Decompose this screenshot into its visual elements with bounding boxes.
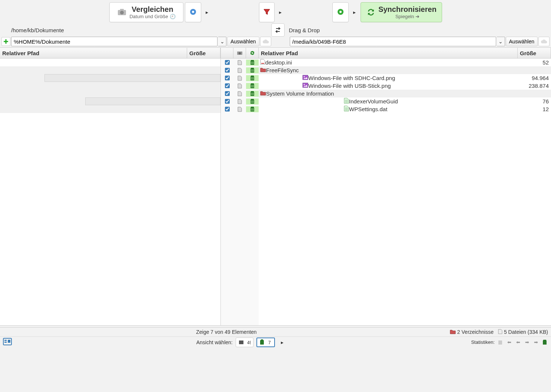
action-row[interactable] xyxy=(221,105,259,113)
mid-col-category[interactable] xyxy=(233,48,246,58)
filter-dropdown-chevron[interactable]: ▸ xyxy=(276,9,285,15)
right-path-input[interactable] xyxy=(290,37,496,46)
main-toolbar: Vergleichen Datum und Größe 🕘 ▸ ▸ ▸ Sync… xyxy=(0,0,551,24)
view-category-button[interactable]: 49 xyxy=(236,338,253,347)
left-col-relpath[interactable]: Relativer Pfad xyxy=(0,48,187,58)
svg-rect-39 xyxy=(543,340,546,341)
add-folder-pair-button[interactable] xyxy=(1,37,10,46)
view-action-button[interactable]: 7 xyxy=(256,338,275,347)
action-row[interactable] xyxy=(221,59,259,66)
file-comparison-view: Relativer Pfad Größe Relativer Pfad Größ… xyxy=(0,47,551,325)
svg-point-8 xyxy=(239,52,241,54)
action-row[interactable] xyxy=(221,90,259,97)
view-dropdown-chevron[interactable]: ▸ xyxy=(278,339,287,345)
image-icon xyxy=(302,83,308,89)
include-checkbox[interactable] xyxy=(225,83,230,88)
action-delete-right-icon xyxy=(250,60,255,66)
left-row[interactable] xyxy=(0,82,220,90)
right-path-dropdown[interactable]: ⌄ xyxy=(497,37,505,46)
right-cloud-button[interactable] xyxy=(538,37,550,46)
action-delete-right-icon xyxy=(250,106,255,112)
include-checkbox[interactable] xyxy=(225,107,230,112)
svg-rect-23 xyxy=(261,63,264,64)
folder-row[interactable]: FreeFileSync xyxy=(259,66,551,74)
status-files: 5 Dateien (334 KB) xyxy=(498,329,548,335)
include-checkbox[interactable] xyxy=(225,91,230,96)
left-row[interactable] xyxy=(0,66,220,74)
left-file-pane: Relativer Pfad Größe xyxy=(0,47,221,325)
folder-icon xyxy=(260,90,266,97)
left-path-display: /home/kb/Dokumente xyxy=(2,27,271,33)
right-col-relpath[interactable]: Relativer Pfad xyxy=(259,48,518,58)
file-row[interactable]: WPSettings.dat12 xyxy=(259,105,551,113)
category-new-right-icon xyxy=(238,76,242,81)
status-dirs: 2 Verzeichnisse xyxy=(450,329,494,335)
left-row[interactable] xyxy=(0,90,220,97)
include-checkbox[interactable] xyxy=(225,68,230,73)
action-row[interactable] xyxy=(221,82,259,90)
left-row[interactable] xyxy=(0,105,220,113)
file-size: 12 xyxy=(518,106,551,112)
include-checkbox[interactable] xyxy=(225,99,230,104)
synchronize-button[interactable]: Synchronisieren Spiegeln ➜ xyxy=(361,2,442,22)
category-new-right-icon xyxy=(238,91,242,96)
view-label: Ansicht wählen: xyxy=(196,339,233,345)
file-row[interactable]: Windows-File with USB-Stick.png238.874 xyxy=(259,82,551,90)
swap-sides-button[interactable] xyxy=(271,23,285,37)
svg-text:7: 7 xyxy=(268,340,271,345)
right-col-size[interactable]: Größe xyxy=(518,48,551,58)
overview-icon[interactable] xyxy=(3,338,12,346)
file-name: System Volume Information xyxy=(266,90,334,97)
file-row[interactable]: desktop.ini52 xyxy=(259,59,551,66)
sync-settings-button[interactable] xyxy=(332,2,349,22)
folder-row[interactable]: System Volume Information xyxy=(259,90,551,97)
action-row[interactable] xyxy=(221,66,259,74)
svg-rect-29 xyxy=(4,340,7,341)
file-name: Windows-File with USB-Stick.png xyxy=(308,83,391,89)
file-row[interactable]: IndexerVolumeGuid76 xyxy=(259,97,551,105)
left-path-dropdown[interactable]: ⌄ xyxy=(218,37,226,46)
mid-header xyxy=(221,47,259,59)
left-row[interactable] xyxy=(0,74,220,82)
svg-rect-34 xyxy=(260,340,264,345)
category-new-right-icon xyxy=(238,99,242,104)
file-row[interactable]: Windows-File with SDHC-Card.png94.964 xyxy=(259,74,551,82)
left-select-button[interactable]: Auswählen xyxy=(227,37,259,46)
image-icon xyxy=(302,75,308,81)
left-col-size[interactable]: Größe xyxy=(187,48,220,58)
category-new-right-icon xyxy=(238,68,242,73)
svg-rect-22 xyxy=(251,107,254,108)
svg-rect-37 xyxy=(498,340,502,345)
svg-rect-38 xyxy=(543,340,547,345)
gear-green-icon xyxy=(336,8,345,17)
left-path-input[interactable] xyxy=(11,37,218,46)
action-row[interactable] xyxy=(221,97,259,105)
include-checkbox[interactable] xyxy=(225,76,230,80)
svg-rect-12 xyxy=(251,68,254,69)
action-row[interactable] xyxy=(221,74,259,82)
compare-settings-button[interactable] xyxy=(185,2,201,22)
svg-rect-20 xyxy=(251,99,254,100)
include-checkbox[interactable] xyxy=(225,60,230,65)
compare-button[interactable]: Vergleichen Datum und Größe 🕘 xyxy=(109,2,183,22)
mid-col-action[interactable] xyxy=(246,48,259,58)
mid-col-check[interactable] xyxy=(221,48,233,58)
svg-text:49: 49 xyxy=(247,340,251,345)
left-row[interactable] xyxy=(0,59,220,66)
sync-subtitle: Spiegeln ➜ xyxy=(395,14,419,19)
compare-title: Vergleichen xyxy=(132,5,173,14)
compare-subtitle: Datum und Größe xyxy=(129,14,168,19)
right-file-pane: Relativer Pfad Größe desktop.ini52FreeFi… xyxy=(259,47,551,325)
compare-dropdown-chevron[interactable]: ▸ xyxy=(203,9,212,15)
svg-rect-16 xyxy=(251,83,254,84)
action-delete-right-icon xyxy=(250,91,255,97)
filter-button[interactable] xyxy=(259,2,275,22)
svg-rect-35 xyxy=(261,339,263,340)
svg-rect-30 xyxy=(4,342,7,343)
svg-point-4 xyxy=(192,11,194,13)
left-row[interactable] xyxy=(0,97,220,105)
sync-settings-dropdown-chevron[interactable]: ▸ xyxy=(350,9,359,15)
camera-icon xyxy=(117,7,127,17)
right-select-button[interactable]: Auswählen xyxy=(506,37,538,46)
left-cloud-button[interactable] xyxy=(260,37,271,46)
